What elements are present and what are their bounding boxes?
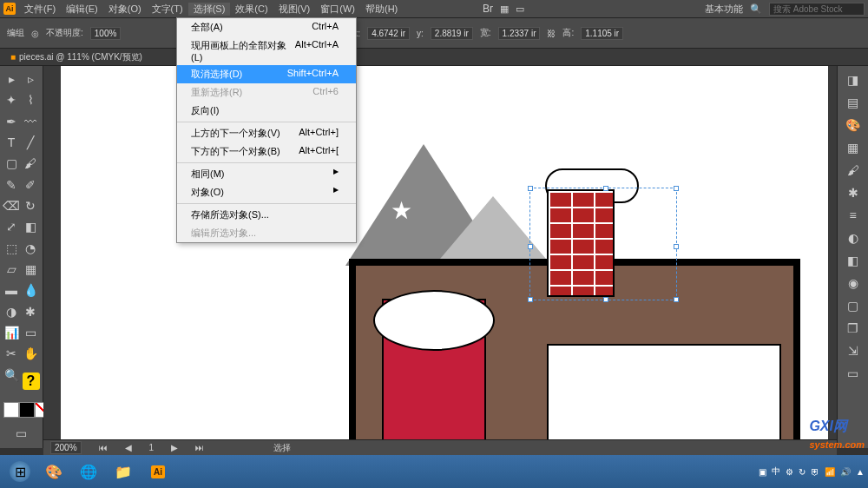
gradient-panel-icon[interactable]: ◐ xyxy=(841,228,865,248)
menu-file[interactable]: 文件(F) xyxy=(19,3,61,16)
menu-same[interactable]: 相同(M) xyxy=(177,165,356,183)
nav-next-icon[interactable]: ▶ xyxy=(171,443,178,452)
tray-volume-icon[interactable]: 🔊 xyxy=(840,467,851,477)
menu-next-above[interactable]: 上方的下一个对象(V)Alt+Ctrl+] xyxy=(177,124,356,142)
rotate-tool-icon[interactable]: ↻ xyxy=(21,196,40,215)
symbol-sprayer-tool-icon[interactable]: ✱ xyxy=(21,302,40,321)
width-tool-icon[interactable]: ◧ xyxy=(21,217,40,236)
paintbrush-tool-icon[interactable]: 🖌 xyxy=(21,154,40,173)
menu-help[interactable]: 帮助(H) xyxy=(360,3,403,16)
menu-deselect[interactable]: 取消选择(D)Shift+Ctrl+A xyxy=(177,65,356,83)
opacity-field[interactable]: 100% xyxy=(90,27,122,40)
taskbar-explorer-icon[interactable]: 📁 xyxy=(107,458,140,485)
menu-edit[interactable]: 编辑(E) xyxy=(61,3,103,16)
line-tool-icon[interactable]: ╱ xyxy=(21,133,40,152)
menu-select-all[interactable]: 全部(A)Ctrl+A xyxy=(177,18,356,36)
blend-tool-icon[interactable]: ◑ xyxy=(2,302,21,321)
menu-object[interactable]: 对象(O) xyxy=(103,3,147,16)
help-icon[interactable]: ? xyxy=(23,373,40,390)
mesh-tool-icon[interactable]: ▦ xyxy=(21,260,40,279)
shaper-tool-icon[interactable]: ✐ xyxy=(21,175,40,195)
nav-prev-icon[interactable]: ◀ xyxy=(125,443,132,452)
artboard-tool-icon[interactable]: ▭ xyxy=(21,323,40,342)
shape-builder-tool-icon[interactable]: ◔ xyxy=(21,239,40,258)
y-field[interactable]: 2.8819 ir xyxy=(431,27,473,40)
menu-inverse[interactable]: 反向(I) xyxy=(177,102,356,120)
tray-icon-3[interactable]: ↻ xyxy=(799,467,806,477)
pencil-tool-icon[interactable]: ✎ xyxy=(2,175,21,195)
hand-tool-icon[interactable]: ✋ xyxy=(21,344,40,363)
libraries-panel-icon[interactable]: ▤ xyxy=(841,92,865,113)
fill-swatch[interactable] xyxy=(3,402,19,418)
grid-icon[interactable]: ▦ xyxy=(500,3,509,15)
column-graph-tool-icon[interactable]: 📊 xyxy=(2,323,21,342)
menu-select[interactable]: 选择(S) xyxy=(188,3,231,16)
appearance-panel-icon[interactable]: ◉ xyxy=(841,273,865,293)
tray-icon-4[interactable]: ⛨ xyxy=(811,467,819,477)
slice-tool-icon[interactable]: ✂ xyxy=(2,344,21,363)
tray-icon-2[interactable]: ⚙ xyxy=(786,467,793,477)
menu-object-submenu[interactable]: 对象(O) xyxy=(177,183,356,201)
asset-export-panel-icon[interactable]: ⇲ xyxy=(841,340,865,361)
type-tool-icon[interactable]: T xyxy=(2,133,21,152)
stroke-panel-icon[interactable]: ≡ xyxy=(841,205,865,226)
layers-panel-icon[interactable]: ❐ xyxy=(841,318,865,339)
target-icon[interactable]: ◎ xyxy=(31,29,39,38)
workspace-switcher[interactable]: 基本功能 xyxy=(705,3,743,16)
taskbar-paint-icon[interactable]: 🎨 xyxy=(37,458,70,485)
nav-last-icon[interactable]: ⏭ xyxy=(195,443,204,452)
bridge-icon[interactable]: Br xyxy=(483,3,493,15)
screen-mode-icon[interactable]: ▭ xyxy=(2,424,40,443)
transparency-panel-icon[interactable]: ◧ xyxy=(841,250,865,271)
w-field[interactable]: 1.2337 ir xyxy=(498,27,541,40)
stroke-swatch[interactable] xyxy=(19,402,35,418)
graphic-styles-panel-icon[interactable]: ▢ xyxy=(841,295,865,316)
opacity-label: 不透明度: xyxy=(46,27,83,39)
canvas[interactable]: ★ xyxy=(43,66,837,448)
properties-panel-icon[interactable]: ◨ xyxy=(841,69,865,90)
color-panel-icon[interactable]: 🎨 xyxy=(841,115,865,135)
menu-next-below[interactable]: 下方的下一个对象(B)Alt+Ctrl+[ xyxy=(177,142,356,161)
tray-icon-1[interactable]: ▣ xyxy=(759,467,766,477)
free-transform-tool-icon[interactable]: ⬚ xyxy=(2,239,21,258)
pen-tool-icon[interactable]: ✒ xyxy=(2,112,21,131)
tray-ime-icon[interactable]: 中 xyxy=(772,465,780,478)
menu-view[interactable]: 视图(V) xyxy=(273,3,316,16)
h-field[interactable]: 1.1105 ir xyxy=(581,27,623,40)
eyedropper-tool-icon[interactable]: 💧 xyxy=(21,280,40,300)
menu-text[interactable]: 文字(T) xyxy=(147,3,188,16)
rectangle-tool-icon[interactable]: ▢ xyxy=(2,154,21,173)
swatches-panel-icon[interactable]: ▦ xyxy=(841,137,865,158)
tray-network-icon[interactable]: 📶 xyxy=(825,467,835,477)
symbols-panel-icon[interactable]: ✱ xyxy=(841,182,865,203)
artboard-number[interactable]: 1 xyxy=(149,443,155,452)
zoom-level[interactable]: 200% xyxy=(50,441,82,454)
menu-save-selection[interactable]: 存储所选对象(S)... xyxy=(177,206,356,224)
selection-bounding-box[interactable] xyxy=(529,188,677,300)
menu-effect[interactable]: 效果(C) xyxy=(230,3,273,16)
link-icon[interactable]: ⛓ xyxy=(547,29,556,38)
gradient-tool-icon[interactable]: ▬ xyxy=(2,280,21,300)
brushes-panel-icon[interactable]: 🖌 xyxy=(841,160,865,181)
start-button[interactable]: ⊞ xyxy=(3,458,36,485)
curvature-tool-icon[interactable]: 〰 xyxy=(21,112,40,131)
taskbar-browser-icon[interactable]: 🌐 xyxy=(72,458,105,485)
eraser-tool-icon[interactable]: ⌫ xyxy=(2,196,21,215)
zoom-tool-icon[interactable]: 🔍 xyxy=(2,366,21,385)
artboards-panel-icon[interactable]: ▭ xyxy=(841,363,865,384)
x-field[interactable]: 4.6742 ir xyxy=(367,27,410,40)
perspective-tool-icon[interactable]: ▱ xyxy=(2,260,21,279)
menu-window[interactable]: 窗口(W) xyxy=(315,3,360,16)
direct-selection-tool-icon[interactable]: ▹ xyxy=(21,69,40,89)
tray-action-center-icon[interactable]: ▲ xyxy=(856,467,865,477)
arrange-icon[interactable]: ▭ xyxy=(516,3,524,15)
magic-wand-tool-icon[interactable]: ✦ xyxy=(2,90,21,109)
scale-tool-icon[interactable]: ⤢ xyxy=(2,217,21,236)
menu-select-all-on-artboard[interactable]: 现用画板上的全部对象(L)Alt+Ctrl+A xyxy=(177,36,356,65)
document-tab[interactable]: ■ pieces.ai @ 111% (CMYK/预览) xyxy=(0,49,868,66)
selection-tool-icon[interactable]: ▸ xyxy=(2,69,21,89)
adobe-stock-search[interactable] xyxy=(769,3,865,16)
taskbar-illustrator-icon[interactable]: Ai xyxy=(141,458,174,485)
lasso-tool-icon[interactable]: ⌇ xyxy=(21,90,40,109)
nav-first-icon[interactable]: ⏮ xyxy=(99,443,108,452)
